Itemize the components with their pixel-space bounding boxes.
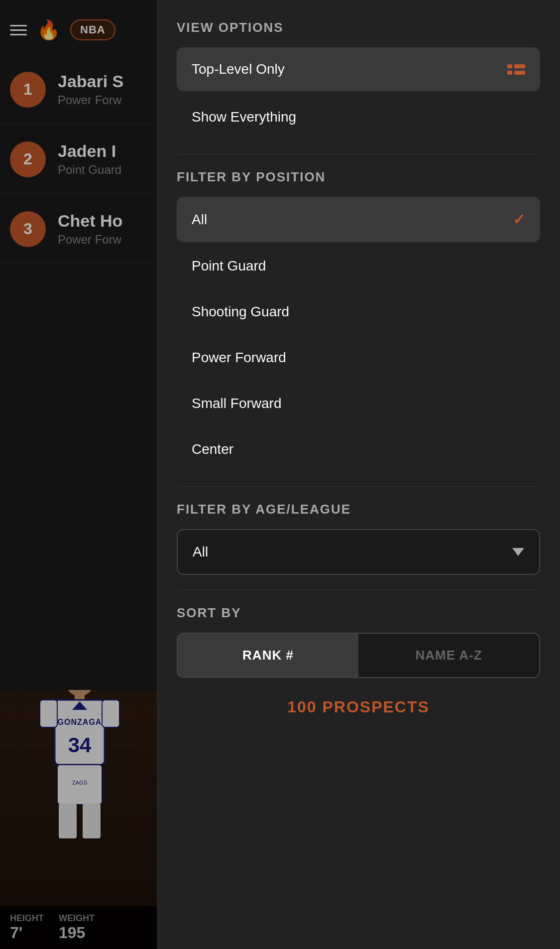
position-label: Point Guard — [192, 258, 266, 274]
view-option-top-level[interactable]: Top-Level Only — [177, 47, 540, 91]
panel-overlay[interactable] — [0, 0, 159, 949]
section-divider — [177, 486, 540, 487]
sort-name-button[interactable]: NAME A-Z — [358, 634, 539, 677]
view-option-show-everything[interactable]: Show Everything — [177, 95, 540, 139]
sort-by-title: SORT BY — [177, 605, 540, 621]
position-filter-center[interactable]: Center — [177, 427, 540, 471]
filter-age-title: FILTER BY AGE/LEAGUE — [177, 502, 540, 517]
view-option-label: Top-Level Only — [192, 61, 285, 77]
age-league-dropdown[interactable]: All — [177, 529, 540, 575]
position-label: Power Forward — [192, 350, 286, 366]
position-label: Center — [192, 441, 233, 457]
position-filter-power-forward[interactable]: Power Forward — [177, 336, 540, 380]
filter-position-title: FILTER BY POSITION — [177, 169, 540, 185]
chevron-down-icon — [512, 548, 524, 556]
view-option-label: Show Everything — [192, 109, 296, 125]
view-options-title: VIEW OPTIONS — [177, 20, 540, 35]
position-filter-shooting-guard[interactable]: Shooting Guard — [177, 290, 540, 334]
position-filter-point-guard[interactable]: Point Guard — [177, 244, 540, 288]
sort-buttons-group: RANK # NAME A-Z — [177, 633, 540, 678]
position-label: Shooting Guard — [192, 304, 289, 320]
position-label: All — [192, 212, 207, 228]
filter-panel: VIEW OPTIONS Top-Level Only Show Everyth… — [157, 0, 560, 949]
prospects-count: 100 PROSPECTS — [177, 678, 540, 726]
position-filter-all[interactable]: All ✓ — [177, 197, 540, 242]
position-label: Small Forward — [192, 396, 281, 411]
layout-icon — [507, 64, 525, 75]
check-icon: ✓ — [513, 211, 525, 228]
section-divider — [177, 590, 540, 590]
age-league-value: All — [193, 544, 208, 560]
sort-rank-button[interactable]: RANK # — [178, 634, 358, 677]
position-filter-small-forward[interactable]: Small Forward — [177, 382, 540, 425]
section-divider — [177, 154, 540, 154]
